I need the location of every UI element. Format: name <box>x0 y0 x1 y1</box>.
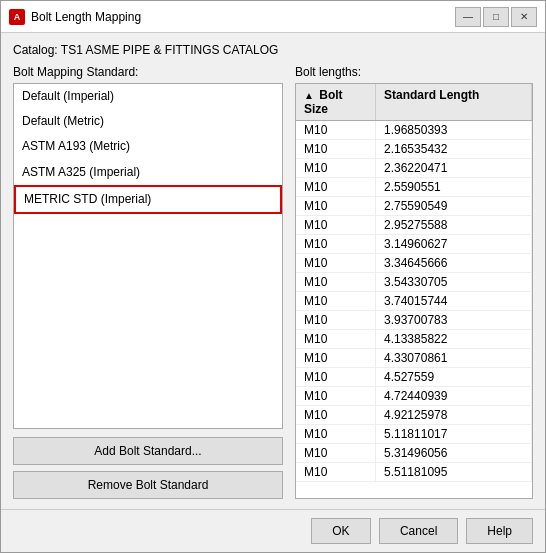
table-row[interactable]: M105.31496056 <box>296 444 532 463</box>
cell-length: 3.74015744 <box>376 292 532 310</box>
col-header-length[interactable]: Standard Length <box>376 84 532 120</box>
bolt-lengths-label: Bolt lengths: <box>295 65 533 79</box>
cell-size: M10 <box>296 216 376 234</box>
cell-size: M10 <box>296 463 376 481</box>
main-area: Bolt Mapping Standard: Default (Imperial… <box>13 65 533 499</box>
cell-length: 5.51181095 <box>376 463 532 481</box>
cell-size: M10 <box>296 197 376 215</box>
catalog-label: Catalog: <box>13 43 58 57</box>
ok-button[interactable]: OK <box>311 518 371 544</box>
bolt-mapping-item[interactable]: Default (Metric) <box>14 109 282 134</box>
right-panel: Bolt lengths: ▲ Bolt Size Standard Lengt… <box>295 65 533 499</box>
cell-size: M10 <box>296 121 376 139</box>
cell-size: M10 <box>296 349 376 367</box>
table-row[interactable]: M104.33070861 <box>296 349 532 368</box>
cell-size: M10 <box>296 273 376 291</box>
cell-length: 2.16535432 <box>376 140 532 158</box>
bolt-mapping-item[interactable]: ASTM A193 (Metric) <box>14 134 282 159</box>
table-scroll[interactable]: M101.96850393M102.16535432M102.36220471M… <box>296 121 532 498</box>
bolt-lengths-table: ▲ Bolt Size Standard Length M101.9685039… <box>295 83 533 499</box>
table-row[interactable]: M103.54330705 <box>296 273 532 292</box>
cell-length: 2.5590551 <box>376 178 532 196</box>
cell-size: M10 <box>296 235 376 253</box>
window: A Bolt Length Mapping — □ ✕ Catalog: TS1… <box>0 0 546 553</box>
sort-icon: ▲ <box>304 90 314 101</box>
cell-size: M10 <box>296 330 376 348</box>
cell-size: M10 <box>296 254 376 272</box>
cell-length: 3.54330705 <box>376 273 532 291</box>
cell-length: 4.33070861 <box>376 349 532 367</box>
app-icon: A <box>9 9 25 25</box>
cell-size: M10 <box>296 444 376 462</box>
cancel-button[interactable]: Cancel <box>379 518 458 544</box>
left-buttons: Add Bolt Standard... Remove Bolt Standar… <box>13 437 283 499</box>
bolt-mapping-item[interactable]: ASTM A325 (Imperial) <box>14 160 282 185</box>
add-bolt-standard-button[interactable]: Add Bolt Standard... <box>13 437 283 465</box>
cell-size: M10 <box>296 368 376 386</box>
close-button[interactable]: ✕ <box>511 7 537 27</box>
cell-size: M10 <box>296 425 376 443</box>
bolt-mapping-item[interactable]: Default (Imperial) <box>14 84 282 109</box>
catalog-name: TS1 ASME PIPE & FITTINGS CATALOG <box>61 43 279 57</box>
bolt-mapping-label: Bolt Mapping Standard: <box>13 65 283 79</box>
table-row[interactable]: M102.95275588 <box>296 216 532 235</box>
cell-size: M10 <box>296 140 376 158</box>
table-row[interactable]: M102.5590551 <box>296 178 532 197</box>
cell-length: 5.31496056 <box>376 444 532 462</box>
bolt-mapping-list[interactable]: Default (Imperial)Default (Metric)ASTM A… <box>13 83 283 429</box>
cell-length: 4.527559 <box>376 368 532 386</box>
cell-size: M10 <box>296 178 376 196</box>
cell-size: M10 <box>296 311 376 329</box>
cell-length: 1.96850393 <box>376 121 532 139</box>
table-row[interactable]: M103.93700783 <box>296 311 532 330</box>
cell-size: M10 <box>296 406 376 424</box>
cell-size: M10 <box>296 387 376 405</box>
left-panel: Bolt Mapping Standard: Default (Imperial… <box>13 65 283 499</box>
table-row[interactable]: M104.72440939 <box>296 387 532 406</box>
cell-length: 2.95275588 <box>376 216 532 234</box>
cell-length: 4.13385822 <box>376 330 532 348</box>
cell-length: 2.75590549 <box>376 197 532 215</box>
cell-size: M10 <box>296 159 376 177</box>
table-row[interactable]: M104.92125978 <box>296 406 532 425</box>
cell-length: 2.36220471 <box>376 159 532 177</box>
table-row[interactable]: M104.527559 <box>296 368 532 387</box>
footer: OK Cancel Help <box>1 509 545 552</box>
cell-length: 4.72440939 <box>376 387 532 405</box>
table-row[interactable]: M103.34645666 <box>296 254 532 273</box>
table-row[interactable]: M102.36220471 <box>296 159 532 178</box>
bolt-mapping-item[interactable]: METRIC STD (Imperial) <box>14 185 282 214</box>
content-area: Catalog: TS1 ASME PIPE & FITTINGS CATALO… <box>1 33 545 509</box>
remove-bolt-standard-button[interactable]: Remove Bolt Standard <box>13 471 283 499</box>
table-row[interactable]: M102.75590549 <box>296 197 532 216</box>
cell-length: 4.92125978 <box>376 406 532 424</box>
table-row[interactable]: M105.11811017 <box>296 425 532 444</box>
table-row[interactable]: M103.74015744 <box>296 292 532 311</box>
table-row[interactable]: M101.96850393 <box>296 121 532 140</box>
window-title: Bolt Length Mapping <box>31 10 141 24</box>
title-bar: A Bolt Length Mapping — □ ✕ <box>1 1 545 33</box>
cell-length: 3.14960627 <box>376 235 532 253</box>
window-controls: — □ ✕ <box>455 7 537 27</box>
help-button[interactable]: Help <box>466 518 533 544</box>
cell-length: 3.93700783 <box>376 311 532 329</box>
cell-length: 5.11811017 <box>376 425 532 443</box>
cell-size: M10 <box>296 292 376 310</box>
table-row[interactable]: M104.13385822 <box>296 330 532 349</box>
table-row[interactable]: M102.16535432 <box>296 140 532 159</box>
table-row[interactable]: M105.51181095 <box>296 463 532 482</box>
col-header-size[interactable]: ▲ Bolt Size <box>296 84 376 120</box>
table-row[interactable]: M103.14960627 <box>296 235 532 254</box>
catalog-info: Catalog: TS1 ASME PIPE & FITTINGS CATALO… <box>13 43 533 57</box>
maximize-button[interactable]: □ <box>483 7 509 27</box>
table-header: ▲ Bolt Size Standard Length <box>296 84 532 121</box>
minimize-button[interactable]: — <box>455 7 481 27</box>
cell-length: 3.34645666 <box>376 254 532 272</box>
